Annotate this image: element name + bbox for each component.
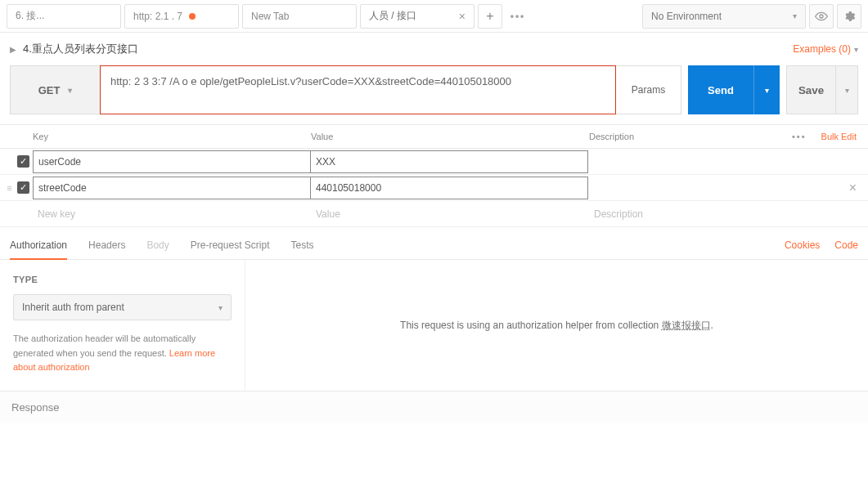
send-button[interactable]: Send <box>688 65 753 114</box>
cookies-link[interactable]: Cookies <box>785 239 820 251</box>
unsaved-dot-icon <box>189 13 196 20</box>
tab-0[interactable]: 6. 接... <box>7 4 121 29</box>
param-key-input[interactable] <box>38 156 305 168</box>
param-value-input[interactable] <box>316 182 582 194</box>
tab-tests[interactable]: Tests <box>290 230 313 259</box>
save-dropdown[interactable]: ▾ <box>835 65 858 114</box>
column-header-description: Description <box>589 132 792 141</box>
save-button[interactable]: Save <box>786 65 835 114</box>
params-button[interactable]: Params <box>616 65 681 114</box>
auth-type-label: TYPE <box>13 275 232 284</box>
url-input[interactable]: http: 2 3 3:7 /A o e ople/getPeopleList.… <box>100 65 616 114</box>
tab-authorization[interactable]: Authorization <box>10 230 67 259</box>
auth-helper-message: This request is using an authorization h… <box>245 260 868 391</box>
http-method-select[interactable]: GET▾ <box>10 65 100 114</box>
expand-icon[interactable]: ▶ <box>10 45 16 54</box>
row-checkbox[interactable]: ✓ <box>17 181 29 194</box>
new-value-input[interactable]: Value <box>311 208 589 220</box>
chevron-down-icon: ▾ <box>765 86 769 95</box>
bulk-edit-link[interactable]: Bulk Edit <box>821 132 857 141</box>
tab-body[interactable]: Body <box>146 230 169 259</box>
column-header-key: Key <box>33 132 311 141</box>
column-header-value: Value <box>311 132 589 141</box>
tab-prerequest[interactable]: Pre-request Script <box>191 230 270 259</box>
delete-row-button[interactable]: × <box>849 181 857 195</box>
row-checkbox[interactable]: ✓ <box>17 155 29 168</box>
eye-icon <box>815 10 828 23</box>
columns-options-button[interactable]: ••• <box>792 132 807 141</box>
param-value-input[interactable] <box>316 156 582 168</box>
drag-handle-icon[interactable]: ≡ <box>5 183 13 193</box>
close-icon[interactable]: × <box>459 11 465 22</box>
tab-1[interactable]: http: 2.1 . 7 <box>124 4 239 29</box>
params-table: Key Value Description ••• Bulk Edit ✓ ≡ … <box>0 124 868 227</box>
table-row-new[interactable]: New key Value Description <box>0 201 868 227</box>
response-section-header[interactable]: Response <box>0 391 868 423</box>
tab-2[interactable]: New Tab <box>242 4 357 29</box>
auth-note: The authorization header will be automat… <box>13 332 232 375</box>
tab-overflow-button[interactable]: ••• <box>506 4 530 29</box>
gear-icon <box>843 10 856 23</box>
table-row[interactable]: ✓ <box>0 149 868 175</box>
request-title: ▶ 4.重点人员列表分页接口 <box>10 42 138 56</box>
environment-select[interactable]: No Environment ▾ <box>642 4 806 29</box>
send-dropdown[interactable]: ▾ <box>753 65 780 114</box>
caret-down-icon: ▾ <box>854 45 858 54</box>
chevron-down-icon: ▾ <box>845 86 849 95</box>
tab-3[interactable]: 人员 / 接口× <box>360 4 474 29</box>
new-description-input[interactable]: Description <box>589 208 868 220</box>
chevron-down-icon: ▾ <box>68 86 72 95</box>
environment-label: No Environment <box>651 11 722 22</box>
table-row[interactable]: ≡ ✓ × <box>0 175 868 201</box>
param-key-input[interactable] <box>38 182 305 194</box>
environment-preview-button[interactable] <box>809 4 834 29</box>
examples-dropdown[interactable]: Examples (0)▾ <box>793 43 858 55</box>
new-key-input[interactable]: New key <box>33 208 311 220</box>
settings-button[interactable] <box>837 4 861 29</box>
collection-link[interactable]: 微速报接口 <box>662 320 711 331</box>
add-tab-button[interactable]: + <box>478 4 502 29</box>
tabs-bar: 6. 接... http: 2.1 . 7 New Tab 人员 / 接口× +… <box>7 4 636 29</box>
code-link[interactable]: Code <box>834 239 858 251</box>
auth-type-select[interactable]: Inherit auth from parent ▾ <box>13 294 232 320</box>
chevron-down-icon: ▾ <box>218 303 223 312</box>
chevron-down-icon: ▾ <box>793 11 797 20</box>
tab-headers[interactable]: Headers <box>88 230 125 259</box>
svg-point-0 <box>820 15 823 18</box>
